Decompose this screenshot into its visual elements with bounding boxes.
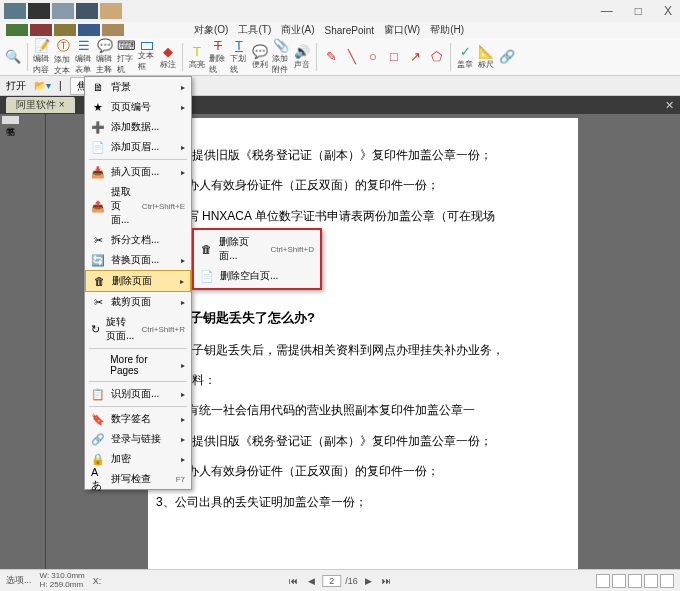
ribbon-textbox[interactable]: 文本框: [138, 42, 156, 72]
submenu-arrow-icon: ▸: [181, 256, 185, 265]
menu-item[interactable]: ✂拆分文档...: [85, 230, 191, 250]
menu-object[interactable]: 对象(O): [194, 23, 228, 37]
tabbar-close-icon[interactable]: ✕: [665, 99, 674, 112]
menu-item[interactable]: ★页页编号▸: [85, 97, 191, 117]
submenu-item-icon: 📄: [200, 269, 214, 283]
menu-item[interactable]: 🔗登录与链接▸: [85, 429, 191, 449]
menu-item-icon: ★: [91, 100, 105, 114]
ribbon-underline[interactable]: T下划线: [230, 42, 248, 72]
ribbon-arrow-icon[interactable]: ↗: [406, 42, 424, 72]
menu-item[interactable]: 🗎背景▸: [85, 77, 191, 97]
menu-shortcut: Ctrl+Shift+E: [142, 202, 185, 211]
ribbon-highlight[interactable]: T高亮: [188, 42, 206, 72]
ribbon-stamp[interactable]: ✓盖章: [456, 42, 474, 72]
x-coord-label: X:: [93, 576, 102, 586]
menu-business[interactable]: 商业(A): [281, 23, 314, 37]
close-button[interactable]: X: [660, 4, 676, 18]
menu-item-icon: 🔖: [91, 412, 105, 426]
menu-item-icon: 🗎: [91, 80, 105, 94]
menu-item[interactable]: Aあ拼写检查F7: [85, 469, 191, 489]
menu-item-icon: ✂: [91, 233, 105, 247]
menu-help[interactable]: 帮助(H): [430, 23, 464, 37]
menu-item-icon: 🔗: [91, 432, 105, 446]
ribbon-edit-comment[interactable]: 💬编辑主释: [96, 42, 114, 72]
menubar: 对象(O) 工具(T) 商业(A) SharePoint 窗口(W) 帮助(H): [0, 22, 680, 38]
menu-item-label: 添加页眉...: [111, 140, 159, 154]
menu-tools[interactable]: 工具(T): [238, 23, 271, 37]
view-mode-5[interactable]: [660, 574, 674, 588]
menu-item-icon: 🗑: [92, 274, 106, 288]
ribbon-strikeout[interactable]: T删除线: [209, 42, 227, 72]
menu-item[interactable]: 🔖数字签名▸: [85, 409, 191, 429]
menu-item[interactable]: 📤提取页面...Ctrl+Shift+E: [85, 182, 191, 230]
ribbon-typewriter[interactable]: ⌨打字机: [117, 42, 135, 72]
ribbon-link-icon[interactable]: 🔗: [498, 42, 516, 72]
view-mode-4[interactable]: [644, 574, 658, 588]
page-dimensions: W: 310.0mmH: 259.0mm: [40, 572, 85, 590]
doc-heading: 五) 电子钥匙丢失了怎么办?: [156, 304, 564, 333]
menu-shortcut: F7: [176, 475, 185, 484]
ribbon-sound[interactable]: 🔊声音: [293, 42, 311, 72]
menu-item-label: 背景: [111, 80, 131, 94]
submenu-item[interactable]: 📄删除空白页...: [194, 266, 320, 286]
minimize-button[interactable]: —: [597, 4, 617, 18]
submenu-item[interactable]: 🗑删除页面...Ctrl+Shift+D: [194, 232, 320, 266]
menu-item[interactable]: 🗑删除页面▸: [85, 270, 191, 292]
submenu-arrow-icon: ▸: [181, 168, 185, 177]
menu-item-icon: 📋: [91, 387, 105, 401]
maximize-button[interactable]: □: [631, 4, 646, 18]
view-mode-1[interactable]: [596, 574, 610, 588]
menu-window[interactable]: 窗口(W): [384, 23, 420, 37]
menu-item-label: 识别页面...: [111, 387, 159, 401]
open-dropdown-icon[interactable]: 📂▾: [34, 80, 51, 91]
menu-item-icon: 📥: [91, 165, 105, 179]
last-page-button[interactable]: ⏭: [379, 576, 394, 586]
menu-item[interactable]: 📄添加页眉...▸: [85, 137, 191, 157]
ribbon-edit-form[interactable]: ☰编辑表单: [75, 42, 93, 72]
ribbon-polygon-icon[interactable]: ⬠: [427, 42, 445, 72]
menu-sharepoint[interactable]: SharePoint: [325, 25, 374, 36]
next-page-button[interactable]: ▶: [362, 576, 375, 586]
document-page: 份；或提供旧版《税务登记证（副本）》复印件加盖公章一份； 2、经办人有效身份证件…: [148, 118, 578, 569]
doc-line: 沂需资料：: [156, 367, 564, 393]
menu-item-label: 删除页面: [112, 274, 152, 288]
ribbon-line-icon[interactable]: ╲: [343, 42, 361, 72]
pages-context-menu: 🗎背景▸★页页编号▸➕添加数据...📄添加页眉...▸📥插入页面...▸📤提取页…: [84, 76, 192, 490]
menu-item[interactable]: More for Pages▸: [85, 351, 191, 379]
document-tab[interactable]: 阿里软件 ×: [6, 97, 75, 113]
menu-item-label: 数字签名: [111, 412, 151, 426]
menu-item-icon: ↻: [91, 322, 100, 336]
menu-item[interactable]: ✂裁剪页面▸: [85, 292, 191, 312]
ribbon-zoom-icon[interactable]: 🔍: [4, 42, 22, 72]
page-input[interactable]: 2: [322, 575, 341, 587]
ribbon-square-icon[interactable]: □: [385, 42, 403, 72]
ribbon-circle-icon[interactable]: ○: [364, 42, 382, 72]
ribbon-attach[interactable]: 📎添加附件: [272, 42, 290, 72]
submenu-arrow-icon: ▸: [181, 103, 185, 112]
ribbon-note[interactable]: 💬便利: [251, 42, 269, 72]
submenu-arrow-icon: ▸: [181, 143, 185, 152]
menu-item-icon: [91, 358, 104, 372]
ribbon-callout[interactable]: ◆标注: [159, 42, 177, 72]
submenu-item-icon: 🗑: [200, 242, 213, 256]
ribbon-edit-content[interactable]: 📝编辑内容: [33, 42, 51, 72]
menu-item-label: More for Pages: [110, 354, 175, 376]
ribbon-pencil-icon[interactable]: ✎: [322, 42, 340, 72]
menu-item[interactable]: 📥插入页面...▸: [85, 162, 191, 182]
submenu-arrow-icon: ▸: [181, 455, 185, 464]
menu-item-icon: ✂: [91, 295, 105, 309]
bookmarks-tab[interactable]: 书签: [2, 116, 19, 124]
prev-page-button[interactable]: ◀: [305, 576, 318, 586]
menu-item-label: 替换页面...: [111, 253, 159, 267]
ribbon-ruler[interactable]: 📐标尺: [477, 42, 495, 72]
menu-item[interactable]: ↻旋转页面...Ctrl+Shift+R: [85, 312, 191, 346]
view-mode-3[interactable]: [628, 574, 642, 588]
first-page-button[interactable]: ⏮: [286, 576, 301, 586]
view-mode-2[interactable]: [612, 574, 626, 588]
status-options[interactable]: 选项...: [6, 574, 32, 587]
menu-item-icon: 📤: [91, 199, 105, 213]
menu-item[interactable]: ➕添加数据...: [85, 117, 191, 137]
ribbon-add-text[interactable]: Ⓣ添加文本: [54, 42, 72, 72]
menu-item[interactable]: 📋识别页面...▸: [85, 384, 191, 404]
menu-item[interactable]: 🔄替换页面...▸: [85, 250, 191, 270]
